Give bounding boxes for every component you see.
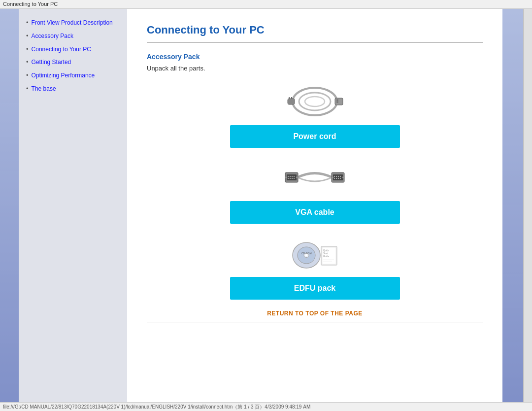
- sidebar-item-connecting: Connecting to Your PC: [26, 45, 120, 54]
- top-divider: [147, 42, 483, 43]
- svg-point-14: [294, 175, 295, 176]
- svg-point-13: [292, 175, 293, 176]
- svg-point-29: [338, 177, 339, 178]
- sidebar-link-connecting[interactable]: Connecting to Your PC: [32, 45, 91, 54]
- unpack-text: Unpack all the parts.: [147, 65, 483, 72]
- svg-point-20: [296, 176, 298, 178]
- svg-point-2: [305, 97, 325, 106]
- svg-point-11: [288, 175, 289, 176]
- status-bar-text: file:///G:/CD MANUAL/22/813/Q70G22018134…: [3, 404, 310, 410]
- power-cord-group: Power cord: [147, 82, 483, 148]
- svg-text:Guide: Guide: [323, 255, 330, 258]
- svg-rect-8: [336, 102, 338, 103]
- svg-point-31: [332, 176, 333, 178]
- svg-point-19: [285, 176, 287, 178]
- svg-rect-3: [288, 99, 295, 104]
- svg-point-28: [336, 177, 337, 178]
- sidebar-item-front-view: Front View Product Description: [26, 19, 120, 27]
- svg-point-17: [292, 177, 293, 178]
- sidebar-item-optimizing: Optimizing Performance: [26, 71, 120, 80]
- sidebar-link-getting-started[interactable]: Getting Started: [32, 58, 71, 67]
- sidebar-link-front-view[interactable]: Front View Product Description: [32, 19, 113, 27]
- edfu-pack-image: CD-ROM Quick Start Guide: [288, 234, 342, 273]
- status-bar: file:///G:/CD MANUAL/22/813/Q70G22018134…: [0, 402, 532, 411]
- svg-point-25: [338, 175, 339, 176]
- svg-point-30: [340, 177, 341, 178]
- svg-point-24: [336, 175, 337, 176]
- main-content: Connecting to Your PC Accessory Pack Unp…: [127, 9, 502, 402]
- svg-point-12: [290, 175, 291, 176]
- sidebar-item-getting-started: Getting Started: [26, 58, 120, 67]
- svg-point-32: [342, 176, 344, 178]
- bottom-divider: [147, 322, 483, 322]
- svg-text:Quick: Quick: [323, 249, 329, 252]
- svg-point-18: [294, 177, 295, 178]
- vga-cable-group: VGA cable: [147, 158, 483, 224]
- page-title: Connecting to Your PC: [147, 24, 483, 36]
- svg-point-1: [299, 93, 331, 110]
- title-bar: Connecting to Your PC: [0, 0, 532, 9]
- edfu-pack-label: EDFU pack: [230, 277, 400, 300]
- sidebar: Front View Product Description Accessory…: [19, 9, 127, 402]
- svg-point-16: [290, 177, 291, 178]
- svg-rect-7: [336, 100, 338, 101]
- sidebar-link-accessory-pack[interactable]: Accessory Pack: [32, 32, 73, 40]
- vga-cable-icon: [283, 162, 347, 194]
- sidebar-item-accessory-pack: Accessory Pack: [26, 32, 120, 40]
- return-link-container: RETURN TO TOP OF THE PAGE: [147, 309, 483, 317]
- svg-point-23: [334, 175, 335, 176]
- power-cord-label: Power cord: [230, 125, 400, 148]
- power-cord-image: [285, 82, 344, 121]
- svg-rect-10: [287, 174, 297, 180]
- vga-cable-label: VGA cable: [230, 201, 400, 224]
- svg-point-27: [334, 177, 335, 178]
- svg-rect-6: [335, 98, 343, 105]
- section-title: Accessory Pack: [147, 53, 483, 61]
- svg-text:Start: Start: [323, 252, 328, 255]
- svg-point-15: [288, 177, 289, 178]
- vga-cable-image: [283, 158, 347, 197]
- sidebar-link-optimizing[interactable]: Optimizing Performance: [32, 71, 95, 80]
- sidebar-nav: Front View Product Description Accessory…: [26, 19, 120, 93]
- power-cord-icon: [285, 84, 344, 119]
- sidebar-item-base: The base: [26, 85, 120, 93]
- return-to-top-link[interactable]: RETURN TO TOP OF THE PAGE: [267, 310, 363, 317]
- svg-rect-22: [333, 174, 343, 180]
- edfu-pack-group: CD-ROM Quick Start Guide EDFU pack: [147, 234, 483, 300]
- edfu-pack-icon: CD-ROM Quick Start Guide: [288, 238, 342, 270]
- title-bar-text: Connecting to Your PC: [3, 1, 58, 7]
- left-accent: [0, 9, 19, 402]
- scrollbar[interactable]: [523, 9, 532, 402]
- svg-point-26: [340, 175, 341, 176]
- right-accent: [502, 9, 532, 402]
- svg-text:CD-ROM: CD-ROM: [301, 252, 312, 255]
- sidebar-link-base[interactable]: The base: [32, 85, 56, 93]
